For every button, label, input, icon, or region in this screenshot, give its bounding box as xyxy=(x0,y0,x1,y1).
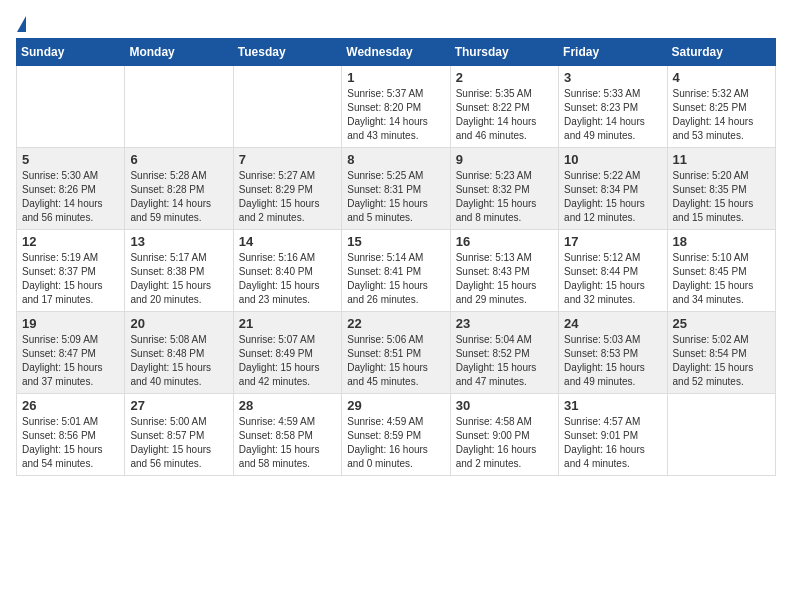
day-number: 21 xyxy=(239,316,336,331)
logo-icon xyxy=(17,16,26,32)
calendar-cell xyxy=(17,66,125,148)
calendar-cell: 10Sunrise: 5:22 AM Sunset: 8:34 PM Dayli… xyxy=(559,148,667,230)
day-info: Sunrise: 5:00 AM Sunset: 8:57 PM Dayligh… xyxy=(130,415,227,471)
day-number: 9 xyxy=(456,152,553,167)
calendar-cell xyxy=(125,66,233,148)
day-info: Sunrise: 5:13 AM Sunset: 8:43 PM Dayligh… xyxy=(456,251,553,307)
day-number: 14 xyxy=(239,234,336,249)
day-number: 15 xyxy=(347,234,444,249)
calendar-cell: 8Sunrise: 5:25 AM Sunset: 8:31 PM Daylig… xyxy=(342,148,450,230)
calendar-cell: 9Sunrise: 5:23 AM Sunset: 8:32 PM Daylig… xyxy=(450,148,558,230)
day-number: 2 xyxy=(456,70,553,85)
weekday-header-saturday: Saturday xyxy=(667,39,775,66)
calendar-cell: 5Sunrise: 5:30 AM Sunset: 8:26 PM Daylig… xyxy=(17,148,125,230)
calendar-cell: 6Sunrise: 5:28 AM Sunset: 8:28 PM Daylig… xyxy=(125,148,233,230)
day-info: Sunrise: 5:08 AM Sunset: 8:48 PM Dayligh… xyxy=(130,333,227,389)
calendar-cell: 11Sunrise: 5:20 AM Sunset: 8:35 PM Dayli… xyxy=(667,148,775,230)
calendar-cell: 12Sunrise: 5:19 AM Sunset: 8:37 PM Dayli… xyxy=(17,230,125,312)
calendar-week-3: 12Sunrise: 5:19 AM Sunset: 8:37 PM Dayli… xyxy=(17,230,776,312)
calendar-cell: 19Sunrise: 5:09 AM Sunset: 8:47 PM Dayli… xyxy=(17,312,125,394)
day-number: 28 xyxy=(239,398,336,413)
day-number: 23 xyxy=(456,316,553,331)
weekday-header-thursday: Thursday xyxy=(450,39,558,66)
calendar-cell: 26Sunrise: 5:01 AM Sunset: 8:56 PM Dayli… xyxy=(17,394,125,476)
day-number: 11 xyxy=(673,152,770,167)
calendar-cell: 27Sunrise: 5:00 AM Sunset: 8:57 PM Dayli… xyxy=(125,394,233,476)
day-info: Sunrise: 5:12 AM Sunset: 8:44 PM Dayligh… xyxy=(564,251,661,307)
day-number: 13 xyxy=(130,234,227,249)
day-info: Sunrise: 5:35 AM Sunset: 8:22 PM Dayligh… xyxy=(456,87,553,143)
calendar-week-1: 1Sunrise: 5:37 AM Sunset: 8:20 PM Daylig… xyxy=(17,66,776,148)
day-info: Sunrise: 5:10 AM Sunset: 8:45 PM Dayligh… xyxy=(673,251,770,307)
day-info: Sunrise: 5:09 AM Sunset: 8:47 PM Dayligh… xyxy=(22,333,119,389)
day-number: 7 xyxy=(239,152,336,167)
calendar-cell: 30Sunrise: 4:58 AM Sunset: 9:00 PM Dayli… xyxy=(450,394,558,476)
day-number: 20 xyxy=(130,316,227,331)
day-number: 8 xyxy=(347,152,444,167)
day-info: Sunrise: 5:14 AM Sunset: 8:41 PM Dayligh… xyxy=(347,251,444,307)
day-info: Sunrise: 5:27 AM Sunset: 8:29 PM Dayligh… xyxy=(239,169,336,225)
weekday-header-sunday: Sunday xyxy=(17,39,125,66)
day-info: Sunrise: 5:19 AM Sunset: 8:37 PM Dayligh… xyxy=(22,251,119,307)
day-number: 12 xyxy=(22,234,119,249)
calendar-cell: 23Sunrise: 5:04 AM Sunset: 8:52 PM Dayli… xyxy=(450,312,558,394)
day-number: 3 xyxy=(564,70,661,85)
calendar: SundayMondayTuesdayWednesdayThursdayFrid… xyxy=(16,38,776,476)
day-number: 22 xyxy=(347,316,444,331)
day-number: 27 xyxy=(130,398,227,413)
logo xyxy=(16,16,26,30)
day-number: 4 xyxy=(673,70,770,85)
calendar-week-5: 26Sunrise: 5:01 AM Sunset: 8:56 PM Dayli… xyxy=(17,394,776,476)
calendar-cell: 14Sunrise: 5:16 AM Sunset: 8:40 PM Dayli… xyxy=(233,230,341,312)
day-info: Sunrise: 5:30 AM Sunset: 8:26 PM Dayligh… xyxy=(22,169,119,225)
calendar-week-2: 5Sunrise: 5:30 AM Sunset: 8:26 PM Daylig… xyxy=(17,148,776,230)
day-info: Sunrise: 5:03 AM Sunset: 8:53 PM Dayligh… xyxy=(564,333,661,389)
day-info: Sunrise: 5:25 AM Sunset: 8:31 PM Dayligh… xyxy=(347,169,444,225)
calendar-cell: 21Sunrise: 5:07 AM Sunset: 8:49 PM Dayli… xyxy=(233,312,341,394)
calendar-week-4: 19Sunrise: 5:09 AM Sunset: 8:47 PM Dayli… xyxy=(17,312,776,394)
calendar-cell: 4Sunrise: 5:32 AM Sunset: 8:25 PM Daylig… xyxy=(667,66,775,148)
calendar-cell: 25Sunrise: 5:02 AM Sunset: 8:54 PM Dayli… xyxy=(667,312,775,394)
weekday-header-row: SundayMondayTuesdayWednesdayThursdayFrid… xyxy=(17,39,776,66)
day-number: 1 xyxy=(347,70,444,85)
day-info: Sunrise: 5:16 AM Sunset: 8:40 PM Dayligh… xyxy=(239,251,336,307)
day-number: 30 xyxy=(456,398,553,413)
day-info: Sunrise: 5:22 AM Sunset: 8:34 PM Dayligh… xyxy=(564,169,661,225)
day-info: Sunrise: 5:32 AM Sunset: 8:25 PM Dayligh… xyxy=(673,87,770,143)
weekday-header-friday: Friday xyxy=(559,39,667,66)
weekday-header-wednesday: Wednesday xyxy=(342,39,450,66)
calendar-cell: 7Sunrise: 5:27 AM Sunset: 8:29 PM Daylig… xyxy=(233,148,341,230)
day-info: Sunrise: 4:59 AM Sunset: 8:59 PM Dayligh… xyxy=(347,415,444,471)
day-info: Sunrise: 5:06 AM Sunset: 8:51 PM Dayligh… xyxy=(347,333,444,389)
calendar-cell: 31Sunrise: 4:57 AM Sunset: 9:01 PM Dayli… xyxy=(559,394,667,476)
calendar-cell: 18Sunrise: 5:10 AM Sunset: 8:45 PM Dayli… xyxy=(667,230,775,312)
day-number: 29 xyxy=(347,398,444,413)
calendar-cell: 2Sunrise: 5:35 AM Sunset: 8:22 PM Daylig… xyxy=(450,66,558,148)
calendar-cell: 29Sunrise: 4:59 AM Sunset: 8:59 PM Dayli… xyxy=(342,394,450,476)
calendar-cell: 24Sunrise: 5:03 AM Sunset: 8:53 PM Dayli… xyxy=(559,312,667,394)
day-number: 16 xyxy=(456,234,553,249)
calendar-cell: 3Sunrise: 5:33 AM Sunset: 8:23 PM Daylig… xyxy=(559,66,667,148)
weekday-header-tuesday: Tuesday xyxy=(233,39,341,66)
day-number: 10 xyxy=(564,152,661,167)
day-number: 6 xyxy=(130,152,227,167)
day-info: Sunrise: 5:28 AM Sunset: 8:28 PM Dayligh… xyxy=(130,169,227,225)
day-number: 17 xyxy=(564,234,661,249)
day-info: Sunrise: 5:07 AM Sunset: 8:49 PM Dayligh… xyxy=(239,333,336,389)
calendar-cell: 1Sunrise: 5:37 AM Sunset: 8:20 PM Daylig… xyxy=(342,66,450,148)
day-info: Sunrise: 5:01 AM Sunset: 8:56 PM Dayligh… xyxy=(22,415,119,471)
calendar-cell xyxy=(233,66,341,148)
day-number: 18 xyxy=(673,234,770,249)
calendar-cell: 16Sunrise: 5:13 AM Sunset: 8:43 PM Dayli… xyxy=(450,230,558,312)
day-info: Sunrise: 5:33 AM Sunset: 8:23 PM Dayligh… xyxy=(564,87,661,143)
calendar-cell: 17Sunrise: 5:12 AM Sunset: 8:44 PM Dayli… xyxy=(559,230,667,312)
day-info: Sunrise: 4:57 AM Sunset: 9:01 PM Dayligh… xyxy=(564,415,661,471)
day-number: 24 xyxy=(564,316,661,331)
calendar-cell: 28Sunrise: 4:59 AM Sunset: 8:58 PM Dayli… xyxy=(233,394,341,476)
day-number: 26 xyxy=(22,398,119,413)
day-number: 31 xyxy=(564,398,661,413)
day-info: Sunrise: 5:37 AM Sunset: 8:20 PM Dayligh… xyxy=(347,87,444,143)
day-info: Sunrise: 5:20 AM Sunset: 8:35 PM Dayligh… xyxy=(673,169,770,225)
day-info: Sunrise: 5:02 AM Sunset: 8:54 PM Dayligh… xyxy=(673,333,770,389)
day-number: 5 xyxy=(22,152,119,167)
